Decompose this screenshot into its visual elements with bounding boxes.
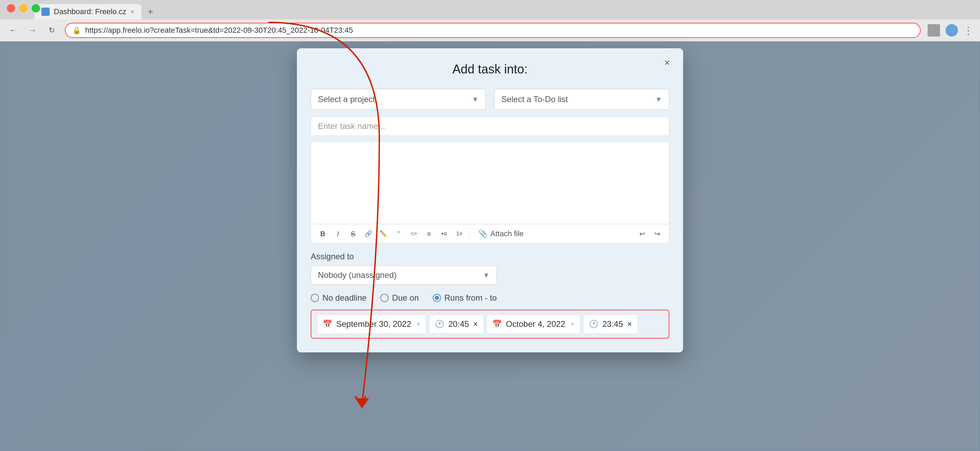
task-name-placeholder: Enter task name... — [318, 121, 385, 131]
undo-button[interactable]: ↩ — [636, 227, 648, 240]
end-time-value: 23:45 — [602, 319, 623, 329]
back-button[interactable]: ← — [7, 24, 19, 37]
link-button[interactable]: 🔗 — [362, 227, 374, 240]
undo-redo-group: ↩ ↪ — [636, 227, 663, 240]
align-button[interactable]: ≡ — [423, 227, 435, 240]
close-window-button[interactable] — [7, 4, 15, 13]
modal-overlay: × Add task into: Select a project ▼ Sele… — [0, 41, 980, 451]
no-deadline-option[interactable]: No deadline — [311, 293, 367, 303]
address-bar-row: ← → ↻ 🔒 https://app.freelo.io?createTask… — [0, 19, 980, 41]
minimize-window-button[interactable] — [19, 4, 28, 13]
end-time-field[interactable]: 🕐 23:45 × — [583, 314, 638, 334]
start-time-value: 20:45 — [448, 319, 469, 329]
tab-bar: Dashboard: Freelo.cz × + — [0, 0, 980, 19]
assigned-dropdown-arrow: ▼ — [483, 272, 490, 279]
todo-list-dropdown-arrow: ▼ — [655, 95, 662, 103]
code-button[interactable]: <> — [407, 227, 420, 240]
start-date-value: September 30, 2022 — [336, 319, 411, 329]
extensions-icon — [928, 24, 940, 37]
tab-title: Dashboard: Freelo.cz — [54, 7, 126, 16]
address-bar[interactable]: 🔒 https://app.freelo.io?createTask=true&… — [65, 23, 921, 38]
todo-list-dropdown-label: Select a To-Do list — [501, 94, 568, 104]
due-on-option[interactable]: Due on — [380, 293, 418, 303]
quote-button[interactable]: " — [392, 227, 405, 240]
runs-from-label: Runs from - to — [444, 293, 497, 303]
start-clock-icon: 🕐 — [435, 320, 444, 329]
profile-icon[interactable] — [945, 24, 958, 37]
attach-file-button[interactable]: 📎 Attach file — [474, 228, 528, 240]
highlight-button[interactable]: ✏️ — [377, 227, 390, 240]
modal-close-button[interactable]: × — [661, 57, 673, 69]
italic-button[interactable]: I — [332, 227, 344, 240]
bullet-list-button[interactable]: •≡ — [438, 227, 450, 240]
due-on-label: Due on — [392, 293, 418, 303]
end-calendar-icon: 📅 — [492, 320, 502, 329]
numbered-list-button[interactable]: 1≡ — [453, 227, 466, 240]
reload-button[interactable]: ↻ — [46, 24, 58, 37]
runs-from-radio[interactable] — [433, 294, 441, 302]
start-date-clear-button[interactable]: × — [417, 321, 421, 328]
add-task-modal: × Add task into: Select a project ▼ Sele… — [297, 48, 683, 353]
active-tab[interactable]: Dashboard: Freelo.cz × — [35, 4, 142, 19]
fullscreen-window-button[interactable] — [32, 4, 40, 13]
tab-favicon — [41, 8, 50, 16]
browser-chrome: Dashboard: Freelo.cz × + ← → ↻ 🔒 https:/… — [0, 0, 980, 41]
start-calendar-icon: 📅 — [323, 320, 332, 329]
end-date-clear-button[interactable]: × — [571, 321, 574, 328]
due-on-radio[interactable] — [380, 294, 389, 302]
more-options-icon[interactable]: ⋮ — [963, 25, 973, 36]
browser-end-icons: ⋮ — [928, 24, 973, 37]
redo-button[interactable]: ↪ — [651, 227, 663, 240]
strikethrough-button[interactable]: S — [347, 227, 359, 240]
start-time-field[interactable]: 🕐 20:45 × — [429, 314, 484, 334]
no-deadline-label: No deadline — [322, 293, 367, 303]
forward-button[interactable]: → — [26, 24, 39, 37]
project-dropdown-label: Select a project — [318, 94, 375, 104]
assigned-to-value: Nobody (unassigned) — [318, 270, 396, 280]
project-dropdown[interactable]: Select a project ▼ — [311, 89, 486, 110]
attach-file-label: Attach file — [490, 229, 524, 238]
window-controls — [7, 4, 40, 13]
assigned-to-label: Assigned to — [311, 252, 669, 261]
end-date-value: October 4, 2022 — [506, 319, 565, 329]
attach-icon: 📎 — [478, 229, 488, 238]
todo-list-dropdown[interactable]: Select a To-Do list ▼ — [494, 89, 669, 110]
task-name-input[interactable]: Enter task name... — [311, 116, 669, 136]
editor-toolbar: B I S 🔗 ✏️ " <> ≡ •≡ — [311, 224, 669, 243]
project-dropdown-arrow: ▼ — [472, 95, 479, 103]
datetime-row: 📅 September 30, 2022 × 🕐 20:45 × 📅 Octob… — [311, 310, 669, 338]
start-time-clear-button[interactable]: × — [473, 319, 478, 329]
no-deadline-radio[interactable] — [311, 294, 319, 302]
new-tab-button[interactable]: + — [143, 4, 158, 19]
runs-from-option[interactable]: Runs from - to — [433, 293, 497, 303]
deadline-radio-group: No deadline Due on Runs from - to — [311, 293, 669, 303]
assigned-to-dropdown[interactable]: Nobody (unassigned) ▼ — [311, 265, 497, 285]
description-textarea[interactable] — [311, 141, 669, 224]
end-date-field[interactable]: 📅 October 4, 2022 × — [487, 314, 580, 334]
start-date-field[interactable]: 📅 September 30, 2022 × — [317, 314, 426, 334]
end-clock-icon: 🕐 — [589, 320, 598, 329]
bold-button[interactable]: B — [317, 227, 329, 240]
lock-icon: 🔒 — [72, 26, 81, 35]
end-time-clear-button[interactable]: × — [627, 319, 632, 329]
url-text: https://app.freelo.io?createTask=true&td… — [85, 26, 353, 35]
modal-title: Add task into: — [311, 62, 669, 76]
tab-close-button[interactable]: × — [130, 8, 134, 16]
dropdowns-row: Select a project ▼ Select a To-Do list ▼ — [311, 89, 669, 110]
